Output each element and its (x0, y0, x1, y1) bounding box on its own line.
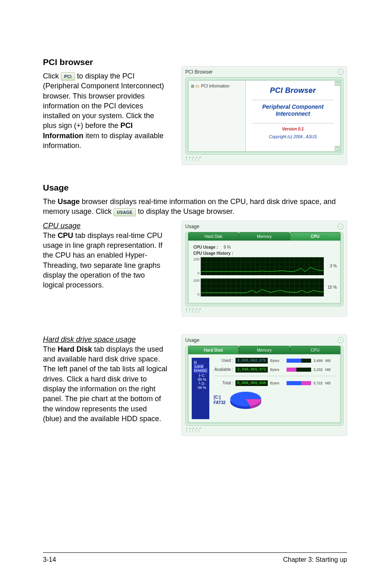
pci-heading: PCI browser (43, 57, 168, 67)
unit: MB (325, 359, 337, 363)
pie-label-a: [C:] (213, 395, 220, 399)
tab-memory[interactable]: Memory (239, 232, 289, 240)
pci-copyright: Copyright (c) 2004 , ASUS (269, 135, 317, 139)
pci-sub2: Interconnect (276, 110, 310, 117)
txt: Click (43, 72, 61, 80)
drive-d[interactable]: D: 00 % (198, 382, 206, 390)
scroll-down-icon[interactable]: ˅ (335, 146, 340, 151)
tab-memory[interactable]: Memory (239, 346, 289, 354)
total-label: Total : (213, 381, 233, 385)
tab-hard-disk[interactable]: Hard Disk (188, 346, 239, 354)
txt: tab displays real-time CPU usage in line… (43, 231, 162, 289)
resize-grip: • • • • •\ \ \ \ \ (185, 155, 343, 161)
used-bytes: 3,658,002,876 (235, 358, 267, 364)
txt-bold: Usage (58, 197, 80, 206)
avail-mb: 2,232 (314, 368, 323, 372)
pci-browser-screenshot: PCI Browser × ⊞ 🗀PCI Information ˄ PCI B… (182, 66, 347, 165)
txt: The (43, 197, 58, 206)
unit: Bytes (270, 368, 282, 372)
usage-cpu-screenshot: Usage × Hard Disk Memory CPU CPU Usage :… (182, 221, 347, 316)
unit: Bytes (270, 381, 282, 385)
total-bytes: 6,000,868,048 (235, 380, 267, 386)
pci-button-image: PCI (61, 72, 75, 81)
window-title: Usage (185, 337, 199, 343)
resize-grip: • • • • •\ \ \ \ \ (185, 426, 343, 432)
txt: The (43, 231, 58, 240)
txt-bold: Hard Disk (58, 345, 92, 353)
pci-title: PCI Browser (270, 86, 316, 95)
pci-tree[interactable]: ⊞ 🗀PCI Information (188, 81, 246, 151)
txt: The (43, 345, 58, 353)
txt: to display the PCI (Peripheral Component… (43, 72, 164, 130)
avail-label: Available : (213, 367, 233, 372)
cpu-graph-1-pct: 3 % (324, 257, 337, 275)
hd-usage-subhead: Hard disk drive space usage (43, 334, 168, 344)
total-mb: 5,722 (314, 381, 323, 385)
cpu-usage-label: CPU Usage : (193, 245, 218, 249)
pci-version: Version 0.1 (282, 127, 304, 131)
scroll-up-icon[interactable]: ˄ (335, 81, 340, 86)
unit: MB (325, 368, 337, 372)
window-title: Usage (185, 224, 199, 229)
close-icon[interactable]: × (338, 224, 343, 229)
unit: Bytes (270, 359, 282, 363)
folder-icon: 🗀 (195, 84, 199, 88)
chapter-title: Chapter 3: Starting up (283, 556, 347, 563)
avail-bytes: 2,340,865,972 (235, 367, 267, 373)
used-mb: 3,488 (314, 359, 323, 363)
used-label: Used : (213, 358, 233, 363)
pci-body: Click PCI to display the PCI (Peripheral… (43, 71, 168, 150)
page-number: 3-14 (43, 556, 56, 563)
tab-hard-disk[interactable]: Hard Disk (188, 232, 239, 240)
usage-intro: The Usage browser displays real-time inf… (43, 197, 347, 217)
usage-button-image: USAGE (114, 208, 136, 216)
cpu-graph-2: 1000 15 % (192, 278, 337, 296)
hd-usage-body: The Hard Disk tab displays the used and … (43, 344, 168, 424)
cpu-usage-subhead: CPU usage (43, 221, 168, 231)
txt: tab displays the used and available hard… (43, 345, 167, 423)
pie-chart-icon (229, 389, 262, 411)
drive-tree[interactable]: ⊟ Local Drive(s) ├ C: 00 % └ D: 00 % (192, 358, 209, 419)
tab-cpu[interactable]: CPU (290, 346, 341, 354)
close-icon[interactable]: × (338, 337, 343, 343)
tree-item[interactable]: PCI Information (201, 84, 229, 88)
cpu-graph-1: 1000 3 % (192, 257, 337, 275)
cpu-graph-2-pct: 15 % (324, 278, 337, 296)
cpu-usage-value: 9 % (224, 245, 231, 249)
tab-cpu[interactable]: CPU (290, 232, 341, 240)
drive-root[interactable]: Local Drive(s) (194, 364, 208, 373)
page-footer: 3-14 Chapter 3: Starting up (43, 552, 347, 563)
window-title: PCI Browser (185, 69, 213, 75)
txt-bold: CPU (58, 231, 73, 240)
close-icon[interactable]: × (338, 69, 343, 75)
pci-sub1: Peripheral Component (262, 103, 323, 110)
txt: to display the Usage browser. (138, 207, 234, 215)
drive-stats: Used : 3,658,002,876 Bytes 3,488 MB Avai… (213, 358, 337, 419)
usage-hd-screenshot: Usage × Hard Disk Memory CPU ⊟ Local Dri… (182, 334, 347, 436)
cpu-usage-body: The CPU tab displays real-time CPU usage… (43, 231, 168, 290)
unit: MB (325, 381, 337, 385)
cpu-history-label: CPU Usage History : (193, 251, 233, 256)
pci-main-panel: ˄ PCI Browser Peripheral Component Inter… (246, 81, 340, 151)
pie-label-b: FAT32 (213, 400, 225, 405)
resize-grip: • • • • •\ \ \ \ \ (185, 306, 343, 313)
drive-c[interactable]: C: 00 % (198, 373, 206, 382)
usage-heading: Usage (43, 183, 347, 193)
